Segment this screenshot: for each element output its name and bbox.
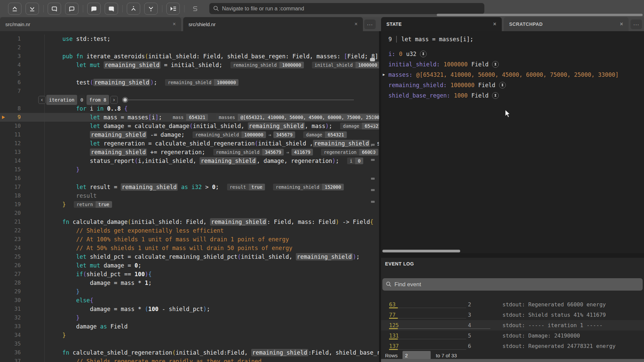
tab-state[interactable]: STATE × (381, 17, 502, 31)
line-number[interactable]: 1 (0, 35, 21, 43)
expand-arrow-icon[interactable]: ▶ (383, 72, 385, 77)
command-palette[interactable] (209, 3, 484, 14)
step-out-button[interactable] (105, 3, 118, 15)
code-line-14[interactable]: 14 status_report(i,initial_shield, remai… (0, 157, 379, 165)
code-line-16[interactable]: 16 (0, 174, 379, 183)
line-number[interactable]: 29 (0, 287, 21, 296)
code-line-33[interactable]: 33 damage as Field (0, 322, 379, 331)
tab-src-main[interactable]: src/main.nr × (0, 17, 181, 31)
event-row[interactable]: 1376stdout: Regenerated 24778321 energy (381, 341, 644, 351)
line-number[interactable]: 6 (0, 78, 21, 87)
event-row[interactable]: 1254stdout: ----- iteration 1 ----- (381, 320, 644, 330)
line-number[interactable]: 8 (0, 104, 21, 113)
iteration-next-button[interactable]: › (110, 96, 118, 104)
tab-scratchpad[interactable]: SCRATCHPAD × (504, 17, 629, 31)
iteration-slider-handle[interactable] (122, 97, 128, 103)
code-line-31[interactable]: 31 damage = mass * (100 - shield_pct); (0, 305, 379, 313)
line-number[interactable]: 16 (0, 174, 21, 183)
event-search[interactable] (382, 278, 643, 291)
state-variable[interactable]: remaining_shield:1000000Field (388, 80, 641, 90)
code-line-1[interactable]: 1use std::test; (0, 35, 379, 43)
line-number[interactable]: 7 (0, 87, 21, 96)
jump-back-button[interactable] (127, 3, 140, 15)
code-line-26[interactable]: 26 let mut damage = 0; (0, 261, 379, 270)
restart-button[interactable] (189, 3, 202, 15)
find-event-input[interactable] (382, 278, 643, 291)
code-line-15[interactable]: 15 } (0, 165, 379, 174)
code-line-36[interactable]: 36fn calculate_shield_regeneration(initi… (0, 348, 379, 357)
code-line-22[interactable]: 22 // Shields get exponentially less eff… (0, 226, 379, 235)
code-line-2[interactable]: 2 (0, 43, 379, 52)
event-row[interactable]: 773stdout: Shield status 41% 411679 (381, 310, 644, 320)
run-to-cursor-button[interactable] (166, 3, 180, 15)
step-into-button[interactable] (87, 3, 101, 15)
code-line-12[interactable]: 12 let regeneration = calculate_shield_r… (0, 139, 379, 148)
watch-icon[interactable] (420, 51, 427, 57)
line-number[interactable]: 28 (0, 279, 21, 287)
code-line-6[interactable]: 6 test(remaining_shield);remaining_shiel… (0, 78, 379, 87)
line-number[interactable]: 13 (0, 148, 21, 157)
code-line-4[interactable]: 4 let mut remaining_shield = initial_shi… (0, 61, 379, 69)
line-number[interactable]: 23 (0, 235, 21, 244)
code-line-17[interactable]: 17 let result = remaining_shield as i32 … (0, 183, 379, 191)
reverse-step-out-button[interactable] (48, 3, 61, 15)
code-line-21[interactable]: 21fn calculate_damage(initial_shield: Fi… (0, 218, 379, 226)
watch-icon[interactable] (492, 61, 499, 68)
watch-icon[interactable] (492, 92, 499, 99)
code-line-20[interactable]: 20 (0, 209, 379, 218)
close-icon[interactable]: × (355, 21, 358, 27)
code-line-35[interactable]: 35 (0, 340, 379, 348)
event-row[interactable]: 1315stdout: Damage: 24190000 (381, 330, 644, 341)
line-number[interactable]: 20 (0, 209, 21, 218)
step-up-button[interactable] (8, 3, 21, 15)
code-line-24[interactable]: 24 // At 50% shields 1 unit of mass will… (0, 244, 379, 252)
line-number[interactable]: 32 (0, 313, 21, 322)
line-number[interactable]: 11 (0, 130, 21, 139)
code-line-28[interactable]: 28 damage = mass * 1; (0, 279, 379, 287)
line-number[interactable]: 14 (0, 157, 21, 165)
line-number[interactable]: 2 (0, 43, 21, 52)
line-number[interactable]: 3 (0, 52, 21, 61)
rows-page-input[interactable] (402, 351, 431, 360)
reverse-step-into-button[interactable] (65, 3, 78, 15)
line-number[interactable]: 26 (0, 261, 21, 270)
panel-tabs-more-button[interactable]: ··· (631, 19, 642, 29)
line-number[interactable]: 36 (0, 348, 21, 357)
step-down-button[interactable] (25, 3, 39, 15)
state-variable[interactable]: shield_base_regen:1000Field (388, 90, 641, 101)
line-number[interactable]: 18 (0, 191, 21, 200)
code-line-29[interactable]: 29 } (0, 287, 379, 296)
line-number[interactable]: 30 (0, 296, 21, 305)
code-line-30[interactable]: 30 else{ (0, 296, 379, 305)
event-row[interactable]: 632stdout: Regenerated 66000 energy (381, 299, 644, 310)
code-line-11[interactable]: 11 remaining_shield -= damage;remaining_… (0, 130, 379, 139)
line-number[interactable]: 17 (0, 183, 21, 191)
code-line-23[interactable]: 23 // At 100% shields 1 unit of mass wil… (0, 235, 379, 244)
code-line-5[interactable]: 5 (0, 69, 379, 78)
code-line-32[interactable]: 32 } (0, 313, 379, 322)
close-icon[interactable]: × (493, 21, 496, 27)
code-editor[interactable]: 1use std::test;23pub fn iterate_asteroid… (0, 31, 379, 362)
code-line-9[interactable]: 9 let mass = masses[i];mass654321masses@… (0, 113, 379, 122)
state-eventlog-divider[interactable] (381, 253, 644, 258)
line-number[interactable]: 10 (0, 122, 21, 130)
state-horizontal-scrollbar[interactable] (382, 250, 460, 252)
state-variable[interactable]: i:0u32 (388, 49, 641, 59)
code-line-18[interactable]: 18 result (0, 191, 379, 200)
line-number[interactable]: 33 (0, 322, 21, 331)
state-variable[interactable]: initial_shield:1000000Field (388, 59, 641, 69)
code-line-19[interactable]: 19}returntrue (0, 200, 379, 209)
line-number[interactable]: 35 (0, 340, 21, 348)
iteration-prev-button[interactable]: ‹ (38, 96, 46, 104)
state-variable[interactable]: ▶masses:@[654321, 410000, 56000, 45000, … (388, 69, 641, 80)
code-line-34[interactable]: 34} (0, 331, 379, 340)
line-number[interactable] (0, 96, 21, 104)
command-input[interactable] (209, 3, 484, 14)
line-number[interactable]: 37 (0, 357, 21, 362)
code-line-37[interactable]: 37 // Shields regenerate more rapidly as… (0, 357, 379, 362)
line-number[interactable]: 12 (0, 139, 21, 148)
scrollbar-thumb[interactable] (370, 58, 375, 61)
code-line-25[interactable]: 25 let shield_pct = calculate_remaining_… (0, 252, 379, 261)
line-number[interactable]: 31 (0, 305, 21, 313)
line-number[interactable]: 25 (0, 252, 21, 261)
